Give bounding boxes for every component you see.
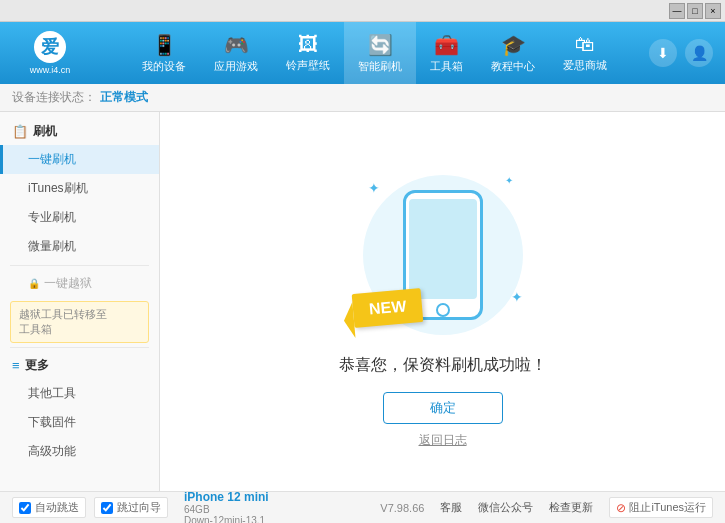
sidebar-item-other-tools[interactable]: 其他工具 bbox=[0, 379, 159, 408]
device-storage: 64GB bbox=[184, 504, 269, 515]
nav-item-smart-flash[interactable]: 🔄 智能刷机 bbox=[344, 22, 416, 84]
close-button[interactable]: × bbox=[705, 3, 721, 19]
toolbox-icon: 🧰 bbox=[434, 33, 459, 57]
no-itunes-label: 阻止iTunes运行 bbox=[629, 500, 706, 515]
checkbox-group-auto[interactable]: 自动跳迭 bbox=[12, 497, 86, 518]
nav-label-my-device: 我的设备 bbox=[142, 59, 186, 74]
via-guide-checkbox[interactable] bbox=[101, 502, 113, 514]
nav-item-wallpaper[interactable]: 🖼 铃声壁纸 bbox=[272, 22, 344, 84]
flash-section-icon: 📋 bbox=[12, 124, 28, 139]
sidebar-item-download-firmware[interactable]: 下载固件 bbox=[0, 408, 159, 437]
one-click-flash-label: 一键刷机 bbox=[28, 152, 76, 166]
apps-games-icon: 🎮 bbox=[224, 33, 249, 57]
sidebar-item-one-click-flash[interactable]: 一键刷机 bbox=[0, 145, 159, 174]
nav-label-apps-games: 应用游戏 bbox=[214, 59, 258, 74]
title-bar: — □ × bbox=[0, 0, 725, 22]
jailbreak-locked-header: 🔒 一键越狱 bbox=[0, 270, 159, 297]
nav-item-apps-games[interactable]: 🎮 应用游戏 bbox=[200, 22, 272, 84]
account-button[interactable]: 👤 bbox=[685, 39, 713, 67]
nav-right-buttons: ⬇ 👤 bbox=[649, 39, 725, 67]
status-bar: 设备连接状态： 正常模式 bbox=[0, 84, 725, 112]
success-illustration: ✦ ✦ ✦ NEW bbox=[343, 155, 543, 355]
status-label: 设备连接状态： bbox=[12, 89, 96, 106]
minimize-button[interactable]: — bbox=[669, 3, 685, 19]
auto-launch-label: 自动跳迭 bbox=[35, 500, 79, 515]
flash-section-title: 刷机 bbox=[33, 123, 57, 140]
checkbox-group-guide[interactable]: 跳过向导 bbox=[94, 497, 168, 518]
itunes-flash-label: iTunes刷机 bbox=[28, 181, 88, 195]
logo-area: 爱 www.i4.cn bbox=[0, 22, 100, 84]
nav-label-tutorials: 教程中心 bbox=[491, 59, 535, 74]
phone-screen bbox=[409, 199, 477, 299]
advanced-label: 高级功能 bbox=[28, 444, 76, 458]
download-firmware-label: 下载固件 bbox=[28, 415, 76, 429]
my-device-icon: 📱 bbox=[152, 33, 177, 57]
sidebar-item-micro-flash[interactable]: 微量刷机 bbox=[0, 232, 159, 261]
logo-subtitle: www.i4.cn bbox=[30, 65, 71, 75]
maximize-button[interactable]: □ bbox=[687, 3, 703, 19]
bottom-bar: 自动跳迭 跳过向导 iPhone 12 mini 64GB Down-12min… bbox=[0, 491, 725, 523]
stop-icon: ⊘ bbox=[616, 501, 626, 515]
bottom-left: 自动跳迭 跳过向导 iPhone 12 mini 64GB Down-12min… bbox=[12, 490, 380, 524]
phone-home-button bbox=[436, 303, 450, 317]
sidebar-section-flash: 📋 刷机 一键刷机 iTunes刷机 专业刷机 微量刷机 bbox=[0, 118, 159, 261]
auto-launch-checkbox[interactable] bbox=[19, 502, 31, 514]
sparkle-icon-1: ✦ bbox=[368, 180, 380, 196]
nav-item-tutorials[interactable]: 🎓 教程中心 bbox=[477, 22, 549, 84]
logo-icon: 爱 bbox=[34, 31, 66, 63]
sidebar-item-advanced[interactable]: 高级功能 bbox=[0, 437, 159, 466]
bottom-right: V7.98.66 客服 微信公众号 检查更新 ⊘ 阻止iTunes运行 bbox=[380, 497, 713, 518]
jailbreak-warning: 越狱工具已转移至工具箱 bbox=[10, 301, 149, 343]
check-update-link[interactable]: 检查更新 bbox=[549, 500, 593, 515]
back-link[interactable]: 返回日志 bbox=[419, 432, 467, 449]
nav-label-wallpaper: 铃声壁纸 bbox=[286, 58, 330, 73]
download-button[interactable]: ⬇ bbox=[649, 39, 677, 67]
divider-1 bbox=[10, 265, 149, 266]
more-section-title: 更多 bbox=[25, 357, 49, 374]
device-name: iPhone 12 mini bbox=[184, 490, 269, 504]
sidebar-section-more: ≡ 更多 其他工具 下载固件 高级功能 bbox=[0, 352, 159, 466]
nav-item-my-device[interactable]: 📱 我的设备 bbox=[128, 22, 200, 84]
new-badge-text: NEW bbox=[368, 297, 407, 317]
success-message: 恭喜您，保资料刷机成功啦！ bbox=[339, 355, 547, 376]
via-guide-label: 跳过向导 bbox=[117, 500, 161, 515]
divider-2 bbox=[10, 347, 149, 348]
more-section-icon: ≡ bbox=[12, 358, 20, 373]
sidebar-section-flash-header: 📋 刷机 bbox=[0, 118, 159, 145]
status-value: 正常模式 bbox=[100, 89, 148, 106]
content-area: ✦ ✦ ✦ NEW 恭喜您，保资料刷机成功啦！ 确定 返回日志 bbox=[160, 112, 725, 491]
sidebar-item-itunes-flash[interactable]: iTunes刷机 bbox=[0, 174, 159, 203]
no-itunes-checkbox[interactable]: ⊘ 阻止iTunes运行 bbox=[609, 497, 713, 518]
nav-items: 📱 我的设备 🎮 应用游戏 🖼 铃声壁纸 🔄 智能刷机 🧰 工具箱 🎓 教程中心… bbox=[100, 22, 649, 84]
jailbreak-warning-text: 越狱工具已转移至工具箱 bbox=[19, 308, 107, 335]
lock-icon: 🔒 bbox=[28, 278, 40, 289]
nav-item-toolbox[interactable]: 🧰 工具箱 bbox=[416, 22, 477, 84]
sidebar-section-more-header: ≡ 更多 bbox=[0, 352, 159, 379]
smart-flash-icon: 🔄 bbox=[368, 33, 393, 57]
wechat-link[interactable]: 微信公众号 bbox=[478, 500, 533, 515]
sidebar: 📋 刷机 一键刷机 iTunes刷机 专业刷机 微量刷机 🔒 一键越狱 bbox=[0, 112, 160, 491]
mall-icon: 🛍 bbox=[575, 33, 595, 56]
main-layout: 📋 刷机 一键刷机 iTunes刷机 专业刷机 微量刷机 🔒 一键越狱 bbox=[0, 112, 725, 491]
micro-flash-label: 微量刷机 bbox=[28, 239, 76, 253]
new-badge: NEW bbox=[351, 288, 423, 328]
window-controls[interactable]: — □ × bbox=[669, 3, 721, 19]
confirm-button[interactable]: 确定 bbox=[383, 392, 503, 424]
customer-service-link[interactable]: 客服 bbox=[440, 500, 462, 515]
sparkle-icon-3: ✦ bbox=[511, 289, 523, 305]
pro-flash-label: 专业刷机 bbox=[28, 210, 76, 224]
top-nav: 爱 www.i4.cn 📱 我的设备 🎮 应用游戏 🖼 铃声壁纸 🔄 智能刷机 … bbox=[0, 22, 725, 84]
device-model: Down-12mini-13,1 bbox=[184, 515, 269, 524]
other-tools-label: 其他工具 bbox=[28, 386, 76, 400]
jailbreak-title: 一键越狱 bbox=[44, 275, 92, 292]
device-info: iPhone 12 mini 64GB Down-12mini-13,1 bbox=[184, 490, 269, 524]
tutorials-icon: 🎓 bbox=[501, 33, 526, 57]
nav-label-smart-flash: 智能刷机 bbox=[358, 59, 402, 74]
nav-item-mall[interactable]: 🛍 爱思商城 bbox=[549, 22, 621, 84]
nav-label-mall: 爱思商城 bbox=[563, 58, 607, 73]
nav-label-toolbox: 工具箱 bbox=[430, 59, 463, 74]
sparkle-icon-2: ✦ bbox=[505, 175, 513, 186]
version-text: V7.98.66 bbox=[380, 502, 424, 514]
sidebar-item-pro-flash[interactable]: 专业刷机 bbox=[0, 203, 159, 232]
wallpaper-icon: 🖼 bbox=[298, 33, 318, 56]
